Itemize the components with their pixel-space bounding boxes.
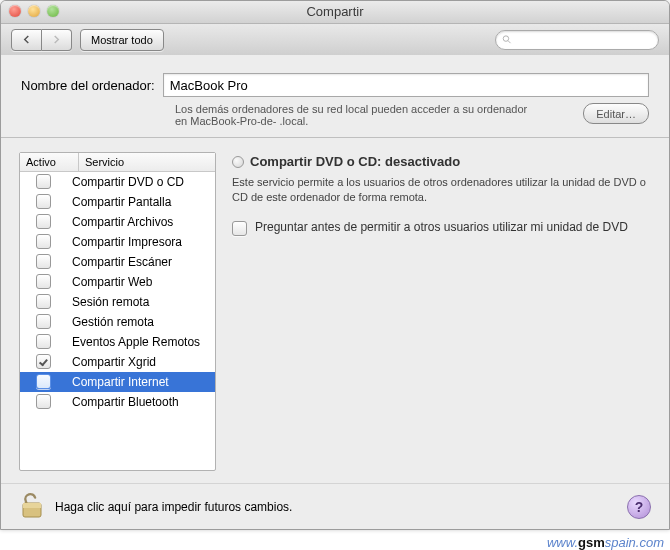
service-row[interactable]: Compartir DVD o CD (20, 172, 215, 192)
detail-description: Este servicio permite a los usuarios de … (232, 175, 651, 206)
service-label: Compartir Web (66, 275, 215, 289)
service-checkbox[interactable] (36, 394, 51, 409)
service-row[interactable]: Compartir Internet (20, 372, 215, 392)
edit-button[interactable]: Editar… (583, 103, 649, 124)
search-input[interactable] (516, 33, 652, 47)
service-row[interactable]: Gestión remota (20, 312, 215, 332)
service-checkbox[interactable] (36, 374, 51, 389)
computer-name-label: Nombre del ordenador: (21, 78, 155, 93)
help-button[interactable]: ? (627, 495, 651, 519)
forward-button[interactable] (42, 29, 72, 51)
service-row[interactable]: Compartir Archivos (20, 212, 215, 232)
preferences-window: Compartir Mostrar todo Nombre del ordena… (0, 0, 670, 530)
service-row[interactable]: Compartir Web (20, 272, 215, 292)
service-checkbox[interactable] (36, 214, 51, 229)
service-row[interactable]: Compartir Escáner (20, 252, 215, 272)
svg-rect-3 (23, 503, 41, 508)
service-label: Compartir Bluetooth (66, 395, 215, 409)
service-row[interactable]: Compartir Impresora (20, 232, 215, 252)
zoom-icon[interactable] (47, 5, 59, 17)
computer-name-input[interactable] (163, 73, 649, 97)
nav-back-forward (11, 29, 72, 51)
show-all-button[interactable]: Mostrar todo (80, 29, 164, 51)
service-checkbox[interactable] (36, 274, 51, 289)
close-icon[interactable] (9, 5, 21, 17)
service-checkbox[interactable] (36, 234, 51, 249)
service-label: Sesión remota (66, 295, 215, 309)
service-detail-pane: Compartir DVD o CD: desactivado Este ser… (232, 152, 651, 471)
minimize-icon[interactable] (28, 5, 40, 17)
services-list[interactable]: Compartir DVD o CDCompartir PantallaComp… (20, 172, 215, 470)
search-field[interactable] (495, 30, 659, 50)
service-row[interactable]: Sesión remota (20, 292, 215, 312)
service-label: Compartir Xgrid (66, 355, 215, 369)
service-row[interactable]: Compartir Pantalla (20, 192, 215, 212)
service-label: Compartir Escáner (66, 255, 215, 269)
service-row[interactable]: Compartir Xgrid (20, 352, 215, 372)
titlebar[interactable]: Compartir (1, 1, 669, 24)
col-header-active[interactable]: Activo (20, 153, 79, 171)
status-off-icon (232, 156, 244, 168)
service-checkbox[interactable] (36, 294, 51, 309)
service-label: Compartir Impresora (66, 235, 215, 249)
service-checkbox[interactable] (36, 354, 51, 369)
service-checkbox[interactable] (36, 334, 51, 349)
computer-name-hostname: en MacBook-Pro-de- .local. (175, 115, 308, 127)
detail-title: Compartir DVD o CD: desactivado (250, 154, 460, 169)
back-button[interactable] (11, 29, 42, 51)
svg-point-0 (503, 36, 508, 41)
service-label: Gestión remota (66, 315, 215, 329)
service-label: Eventos Apple Remotos (66, 335, 215, 349)
chevron-right-icon (52, 35, 61, 44)
computer-name-hint: Los demás ordenadores de su red local pu… (175, 103, 527, 115)
search-icon (502, 34, 512, 45)
ask-before-checkbox[interactable] (232, 221, 247, 236)
toolbar: Mostrar todo (1, 24, 669, 56)
lock-button[interactable] (19, 490, 45, 523)
service-checkbox[interactable] (36, 174, 51, 189)
service-label: Compartir Internet (66, 375, 215, 389)
chevron-left-icon (22, 35, 31, 44)
service-checkbox[interactable] (36, 254, 51, 269)
service-row[interactable]: Compartir Bluetooth (20, 392, 215, 412)
service-checkbox[interactable] (36, 314, 51, 329)
service-label: Compartir Pantalla (66, 195, 215, 209)
computer-name-section: Nombre del ordenador: Los demás ordenado… (1, 55, 669, 138)
service-row[interactable]: Eventos Apple Remotos (20, 332, 215, 352)
service-checkbox[interactable] (36, 194, 51, 209)
services-table: Activo Servicio Compartir DVD o CDCompar… (19, 152, 216, 471)
col-header-service[interactable]: Servicio (79, 153, 215, 171)
help-icon: ? (635, 499, 644, 515)
ask-before-label: Preguntar antes de permitir a otros usua… (255, 220, 628, 234)
window-title: Compartir (306, 4, 363, 19)
lock-hint[interactable]: Haga clic aquí para impedir futuros camb… (55, 500, 292, 514)
watermark: www.gsmspain.com (547, 535, 664, 550)
service-label: Compartir DVD o CD (66, 175, 215, 189)
svg-line-1 (508, 41, 510, 43)
unlock-icon (19, 490, 45, 520)
footer: Haga clic aquí para impedir futuros camb… (1, 483, 669, 529)
service-label: Compartir Archivos (66, 215, 215, 229)
